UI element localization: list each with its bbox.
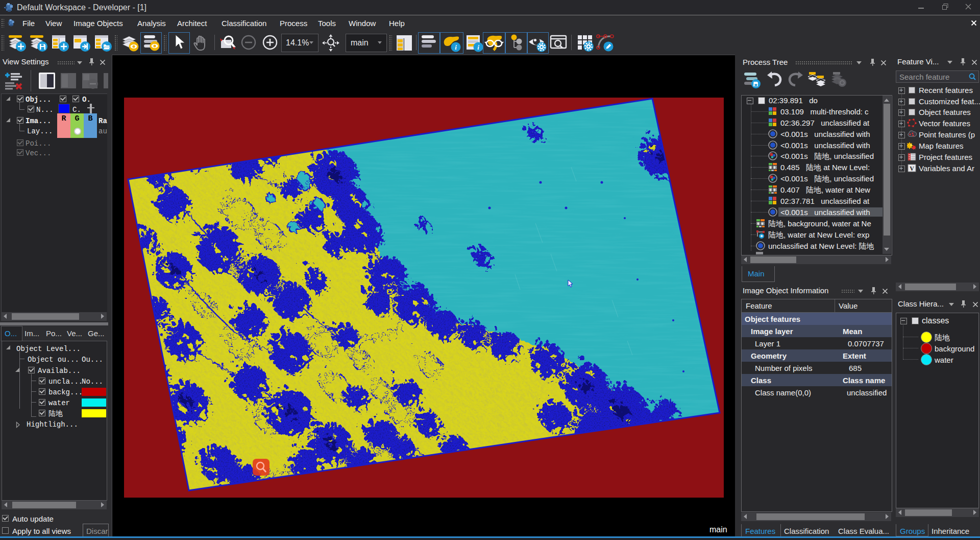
svg-text:i: i bbox=[455, 43, 457, 51]
svg-text:i: i bbox=[477, 43, 479, 51]
svg-text:V: V bbox=[910, 165, 914, 172]
